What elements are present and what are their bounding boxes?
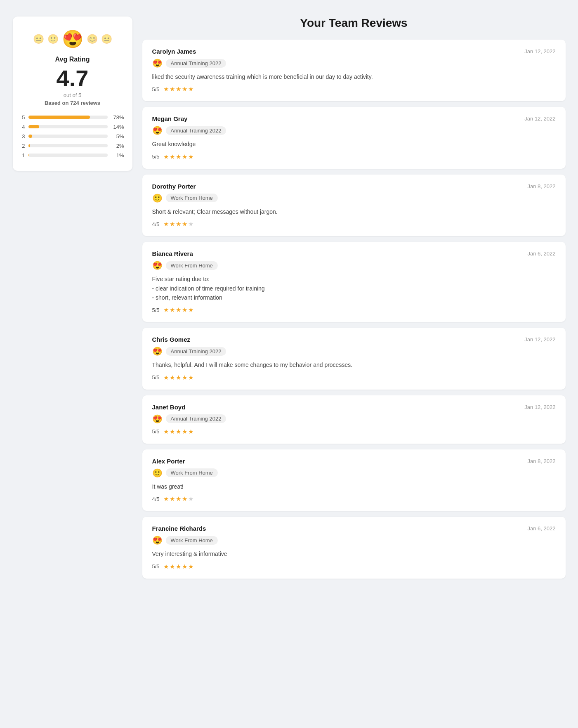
bar-label: 2	[21, 143, 25, 149]
rating-fraction: 5/5	[152, 428, 160, 435]
bar-row: 3 5%	[21, 133, 124, 139]
bar-label: 5	[21, 114, 25, 121]
review-header: Bianca Rivera Jan 6, 2022	[152, 250, 556, 257]
bar-row: 2 2%	[21, 143, 124, 149]
tag-badge: Annual Training 2022	[166, 414, 226, 423]
star: ★	[163, 85, 169, 93]
star: ★	[163, 563, 169, 570]
reviewer-name: Megan Gray	[152, 115, 188, 122]
rating-fraction: 5/5	[152, 563, 160, 570]
bar-track	[28, 125, 108, 128]
review-header: Megan Gray Jan 12, 2022	[152, 115, 556, 122]
star: ★	[170, 220, 175, 228]
based-on-label: Based on 724 reviews	[21, 100, 124, 106]
star-row: 5/5 ★★★★★	[152, 428, 556, 435]
star: ★	[188, 220, 193, 228]
review-header: Chris Gomez Jan 12, 2022	[152, 336, 556, 343]
tag-row: 😍 Work From Home	[152, 260, 556, 270]
emoji-slight-left: 🙂	[47, 34, 59, 45]
review-card: Alex Porter Jan 8, 2022 🙂 Work From Home…	[142, 449, 566, 511]
star: ★	[170, 306, 175, 314]
review-card: Megan Gray Jan 12, 2022 😍 Annual Trainin…	[142, 107, 566, 168]
tag-row: 🙂 Work From Home	[152, 468, 556, 478]
bar-row: 1 1%	[21, 152, 124, 158]
bar-pct: 14%	[111, 124, 124, 130]
star: ★	[163, 153, 169, 161]
tag-row: 😍 Annual Training 2022	[152, 125, 556, 135]
review-header: Francine Richards Jan 6, 2022	[152, 525, 556, 532]
review-date: Jan 12, 2022	[524, 336, 555, 343]
review-text: Five star rating due to:- clear indicati…	[152, 274, 556, 302]
star: ★	[163, 495, 169, 503]
emoji-neutral-left: 😐	[33, 34, 44, 45]
star-row: 5/5 ★★★★★	[152, 306, 556, 314]
bar-pct: 78%	[111, 114, 124, 121]
tag-emoji: 😍	[152, 346, 163, 356]
star: ★	[170, 495, 175, 503]
bar-row: 4 14%	[21, 124, 124, 130]
review-date: Jan 8, 2022	[528, 183, 556, 189]
star: ★	[176, 153, 181, 161]
star: ★	[182, 374, 187, 381]
stars: ★★★★★	[163, 374, 193, 381]
star: ★	[182, 153, 187, 161]
tag-badge: Annual Training 2022	[166, 59, 226, 68]
reviewer-name: Francine Richards	[152, 525, 206, 532]
star: ★	[176, 85, 181, 93]
review-text: Very interesting & informative	[152, 549, 556, 558]
rating-fraction: 4/5	[152, 496, 160, 502]
bar-fill	[28, 135, 33, 138]
bar-track	[28, 154, 108, 157]
review-text: Thanks, helpful. And I will make some ch…	[152, 360, 556, 369]
bar-pct: 1%	[111, 152, 124, 158]
star: ★	[170, 85, 175, 93]
tag-row: 😍 Work From Home	[152, 535, 556, 545]
reviewer-name: Carolyn James	[152, 48, 196, 55]
tag-badge: Annual Training 2022	[166, 126, 226, 135]
stars: ★★★★★	[163, 563, 193, 570]
reviews-container: Carolyn James Jan 12, 2022 😍 Annual Trai…	[142, 40, 566, 579]
star: ★	[163, 374, 169, 381]
rating-fraction: 4/5	[152, 221, 160, 227]
review-count: 724	[70, 100, 79, 106]
star: ★	[176, 306, 181, 314]
star: ★	[176, 563, 181, 570]
star: ★	[182, 428, 187, 435]
stars: ★★★★★	[163, 153, 193, 161]
tag-badge: Work From Home	[166, 261, 218, 270]
stars: ★★★★★	[163, 220, 193, 228]
bar-pct: 2%	[111, 143, 124, 149]
star: ★	[176, 220, 181, 228]
tag-row: 😍 Annual Training 2022	[152, 58, 556, 68]
star: ★	[170, 374, 175, 381]
star: ★	[163, 220, 169, 228]
bar-rows: 5 78% 4 14% 3 5% 2 2% 1	[21, 114, 124, 158]
bar-fill	[28, 125, 40, 128]
bar-fill	[28, 116, 90, 119]
star: ★	[188, 374, 193, 381]
star: ★	[182, 563, 187, 570]
rating-fraction: 5/5	[152, 307, 160, 313]
bar-fill	[28, 154, 29, 157]
review-card: Carolyn James Jan 12, 2022 😍 Annual Trai…	[142, 40, 566, 101]
review-date: Jan 12, 2022	[524, 48, 555, 54]
bar-label: 3	[21, 133, 25, 139]
tag-row: 😍 Annual Training 2022	[152, 346, 556, 356]
review-card: Dorothy Porter Jan 8, 2022 🙂 Work From H…	[142, 175, 566, 236]
emoji-row: 😐 🙂 😍 😊 😐	[21, 29, 124, 49]
star: ★	[176, 495, 181, 503]
bar-track	[28, 116, 108, 119]
star: ★	[188, 153, 193, 161]
star: ★	[182, 495, 187, 503]
star: ★	[188, 563, 193, 570]
review-card: Janet Boyd Jan 12, 2022 😍 Annual Trainin…	[142, 395, 566, 444]
bar-label: 1	[21, 152, 25, 158]
review-header: Alex Porter Jan 8, 2022	[152, 458, 556, 465]
bar-pct: 5%	[111, 133, 124, 139]
star: ★	[170, 563, 175, 570]
star: ★	[163, 428, 169, 435]
star: ★	[188, 428, 193, 435]
review-text: Great knowledge	[152, 139, 556, 149]
star: ★	[182, 220, 187, 228]
tag-badge: Work From Home	[166, 468, 218, 477]
